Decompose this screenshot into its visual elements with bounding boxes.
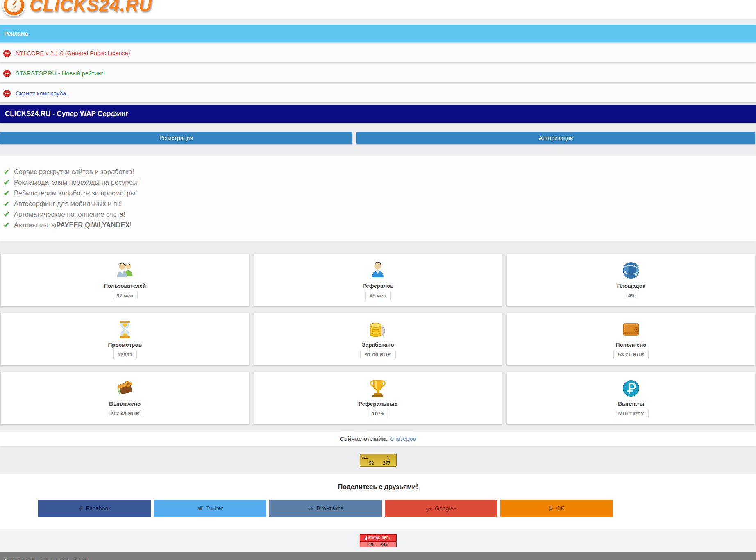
site-header: CLICKS24.RU xyxy=(0,0,756,19)
bar-chart-icon: ▟ xyxy=(365,536,367,540)
statok-title: STATOK.NET xyxy=(368,536,388,540)
share-button-label: OK xyxy=(556,505,564,512)
wallet-icon xyxy=(621,320,641,339)
googleplus-icon: g+ xyxy=(426,506,432,512)
adv-row: ADV STARSTOP.RU - Новый рейтинг! xyxy=(0,64,756,82)
share-title: Поделитесь с друзьями! xyxy=(0,483,756,491)
stat-card-deposited: Пополнено 53.71 RUR xyxy=(507,313,755,365)
stat-label: Выплаты xyxy=(618,401,644,407)
stat-value: 97 чел xyxy=(112,291,138,300)
features-list: ✔ Сервис раскрутки сайтов и заработка! ✔… xyxy=(0,156,756,241)
stat-value: 49 xyxy=(624,291,638,300)
login-button[interactable]: Авторизация xyxy=(356,132,755,144)
online-users-link[interactable]: 0 юзеров xyxy=(390,435,416,442)
twitter-icon xyxy=(197,506,203,511)
share-button-label: Twitter xyxy=(206,505,223,512)
feature-item: ✔ Сервис раскрутки сайтов и заработка! xyxy=(2,166,756,177)
stat-label: Выплачено xyxy=(109,401,141,407)
copyright-text: © NTLCMS v 22.0 2013 - 2019 г xyxy=(3,558,92,560)
feature-item: ✔ Автосерфинг для мобильных и пк! xyxy=(2,198,756,209)
stat-card-paid: Выплачено 217.49 RUR xyxy=(1,372,249,424)
stat-card-views: Просмотров 13891 xyxy=(1,313,249,365)
page-title-text: CLICKS24.RU - Супер WAP Серфинг xyxy=(5,110,128,118)
online-now-row: Сейчас онлайн: 0 юзеров xyxy=(0,431,756,446)
statok-left-count: 49 xyxy=(368,542,373,547)
statok-zone: ▟ STATOK.NET ▸ 49 245 xyxy=(0,529,756,552)
stat-label: Рефералов xyxy=(362,283,393,289)
liveinternet-counter[interactable]: ılı. 1 52 277 xyxy=(360,454,397,467)
odnoklassniki-icon xyxy=(549,506,553,512)
share-button-label: Google+ xyxy=(435,505,456,512)
share-section: Поделитесь с друзьями! Facebook Twitter … xyxy=(0,474,756,529)
trophy-icon xyxy=(368,379,388,398)
share-vk-button[interactable]: vk Вконтакте xyxy=(269,500,382,517)
adv-link-starstop[interactable]: STARSTOP.RU - Новый рейтинг! xyxy=(16,70,105,77)
adv-section-header: Реклама xyxy=(0,25,756,42)
checkmark-icon: ✔ xyxy=(3,167,10,177)
checkmark-icon: ✔ xyxy=(3,220,10,230)
adv-row: ADV NTLCORE v 2.1.0 (General Public Lice… xyxy=(0,44,756,62)
page-title: CLICKS24.RU - Супер WAP Серфинг xyxy=(0,105,756,123)
wallet-money-icon xyxy=(115,379,135,398)
share-facebook-button[interactable]: Facebook xyxy=(38,500,151,517)
feature-text: Автосерфинг для мобильных и пк! xyxy=(14,200,122,208)
facebook-icon xyxy=(78,506,83,511)
divider xyxy=(377,542,377,547)
register-button[interactable]: Регистрация xyxy=(0,132,352,144)
globe-icon xyxy=(621,261,641,280)
stat-card-users: Пользователей 97 чел xyxy=(1,254,249,306)
auth-buttons-row: Регистрация Авторизация xyxy=(0,132,756,144)
share-ok-button[interactable]: OK xyxy=(500,500,613,517)
stat-value: 45 чел xyxy=(365,291,391,300)
counter-today: 1 xyxy=(387,455,389,460)
adv-link-ntlcore[interactable]: NTLCORE v 2.1.0 (General Public License) xyxy=(16,50,130,57)
stat-value: 217.49 RUR xyxy=(106,409,144,418)
ruble-icon xyxy=(621,379,641,398)
stat-card-payouts: Выплаты MULTIPAY xyxy=(507,372,755,424)
online-label: Сейчас онлайн: xyxy=(340,435,388,442)
adv-header-label: Реклама xyxy=(4,30,28,37)
feature-text-bold: PAYEER,QIWI,YANDEX xyxy=(56,221,129,229)
feature-text: Автоматическое пополнение счета! xyxy=(14,211,125,218)
share-button-label: Вконтакте xyxy=(316,505,343,512)
adv-badge-icon: ADV xyxy=(3,90,11,97)
stat-label: Заработано xyxy=(362,342,394,348)
user-icon xyxy=(368,261,388,280)
clock-icon xyxy=(2,0,25,16)
arrow-icon: ▸ xyxy=(389,536,391,540)
checkmark-icon: ✔ xyxy=(3,188,10,198)
feature-item: ✔ Вебмастерам заработок за просмотры! xyxy=(2,188,756,198)
counter-week: 52 xyxy=(369,460,374,466)
site-logo[interactable]: CLICKS24.RU xyxy=(2,0,152,16)
feature-text: Вебмастерам заработок за просмотры! xyxy=(14,189,137,197)
stat-value: 53.71 RUR xyxy=(613,350,649,359)
share-googleplus-button[interactable]: g+ Google+ xyxy=(385,500,497,517)
vk-icon: vk xyxy=(308,506,313,512)
statok-counter[interactable]: ▟ STATOK.NET ▸ 49 245 xyxy=(360,534,397,547)
stat-label: Пользователей xyxy=(104,283,146,289)
feature-text-suffix: ! xyxy=(129,221,132,229)
feature-text: Автовыплаты xyxy=(14,221,56,229)
feature-text: Рекламодателям переходы на ресурсы! xyxy=(14,179,139,186)
checkmark-icon: ✔ xyxy=(3,178,10,187)
stat-value: 13891 xyxy=(113,350,137,359)
feature-item: ✔ Автовыплаты PAYEER,QIWI,YANDEX! xyxy=(2,220,756,230)
feature-text: Сервис раскрутки сайтов и заработка! xyxy=(14,168,134,176)
stat-card-earned: Заработано 91.06 RUR xyxy=(254,313,502,365)
stat-value: MULTIPAY xyxy=(614,409,649,418)
stat-label: Реферальные xyxy=(359,401,397,407)
hourglass-icon xyxy=(115,320,135,339)
share-buttons-row: Facebook Twitter vk Вконтакте g+ Google+… xyxy=(0,500,756,517)
users-icon xyxy=(115,261,135,280)
feature-item: ✔ Автоматическое пополнение счета! xyxy=(2,209,756,220)
share-button-label: Facebook xyxy=(86,505,111,512)
checkmark-icon: ✔ xyxy=(3,210,10,219)
stat-label: Площадок xyxy=(617,283,645,289)
stat-label: Просмотров xyxy=(108,342,142,348)
stats-grid: Пользователей 97 чел Рефералов 45 чел Пл… xyxy=(1,254,755,424)
statok-right-count: 245 xyxy=(380,542,388,547)
share-twitter-button[interactable]: Twitter xyxy=(154,500,266,517)
adv-link-script[interactable]: Скрипт клик клуба xyxy=(16,90,66,97)
adv-row: ADV Скрипт клик клуба xyxy=(0,84,756,102)
counter-total: 277 xyxy=(383,460,390,466)
